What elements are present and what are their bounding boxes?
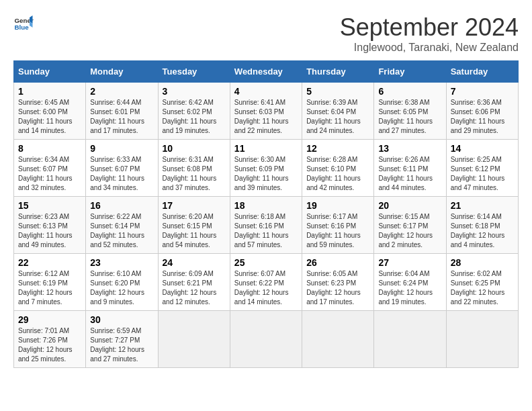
col-header-tuesday: Tuesday bbox=[158, 61, 230, 83]
day-number: 22 bbox=[18, 257, 81, 268]
day-number: 16 bbox=[90, 200, 153, 211]
day-info: Sunrise: 6:02 AM Sunset: 6:25 PM Dayligh… bbox=[451, 269, 514, 307]
day-info: Sunrise: 6:44 AM Sunset: 6:01 PM Dayligh… bbox=[90, 98, 153, 136]
calendar-cell: 15Sunrise: 6:23 AM Sunset: 6:13 PM Dayli… bbox=[14, 197, 86, 254]
day-info: Sunrise: 6:45 AM Sunset: 6:00 PM Dayligh… bbox=[18, 98, 81, 136]
day-number: 11 bbox=[234, 143, 298, 154]
logo: General Blue bbox=[13, 13, 34, 34]
day-info: Sunrise: 6:39 AM Sunset: 6:04 PM Dayligh… bbox=[306, 98, 369, 136]
day-info: Sunrise: 6:25 AM Sunset: 6:12 PM Dayligh… bbox=[451, 155, 514, 193]
location: Inglewood, Taranaki, New Zealand bbox=[340, 42, 519, 54]
day-info: Sunrise: 6:17 AM Sunset: 6:16 PM Dayligh… bbox=[306, 212, 369, 250]
calendar-cell bbox=[230, 311, 302, 368]
day-number: 1 bbox=[18, 86, 81, 97]
day-info: Sunrise: 6:04 AM Sunset: 6:24 PM Dayligh… bbox=[378, 269, 441, 307]
day-number: 12 bbox=[306, 143, 369, 154]
day-number: 28 bbox=[451, 257, 514, 268]
day-number: 17 bbox=[163, 200, 226, 211]
day-info: Sunrise: 6:07 AM Sunset: 6:22 PM Dayligh… bbox=[234, 269, 298, 307]
calendar-cell bbox=[158, 311, 230, 368]
calendar-week-2: 8Sunrise: 6:34 AM Sunset: 6:07 PM Daylig… bbox=[14, 140, 519, 197]
calendar-cell: 14Sunrise: 6:25 AM Sunset: 6:12 PM Dayli… bbox=[446, 140, 518, 197]
day-number: 10 bbox=[163, 143, 226, 154]
calendar-cell: 9Sunrise: 6:33 AM Sunset: 6:07 PM Daylig… bbox=[86, 140, 158, 197]
calendar-body: 1Sunrise: 6:45 AM Sunset: 6:00 PM Daylig… bbox=[14, 83, 519, 368]
col-header-thursday: Thursday bbox=[302, 61, 374, 83]
col-header-sunday: Sunday bbox=[14, 61, 86, 83]
calendar-cell: 19Sunrise: 6:17 AM Sunset: 6:16 PM Dayli… bbox=[302, 197, 374, 254]
day-number: 9 bbox=[90, 143, 153, 154]
calendar-cell: 16Sunrise: 6:22 AM Sunset: 6:14 PM Dayli… bbox=[86, 197, 158, 254]
calendar-cell: 17Sunrise: 6:20 AM Sunset: 6:15 PM Dayli… bbox=[158, 197, 230, 254]
calendar-cell: 26Sunrise: 6:05 AM Sunset: 6:23 PM Dayli… bbox=[302, 254, 374, 311]
calendar-cell: 21Sunrise: 6:14 AM Sunset: 6:18 PM Dayli… bbox=[446, 197, 518, 254]
day-number: 3 bbox=[163, 86, 226, 97]
day-number: 6 bbox=[378, 86, 441, 97]
day-info: Sunrise: 6:30 AM Sunset: 6:09 PM Dayligh… bbox=[234, 155, 298, 193]
calendar-cell: 5Sunrise: 6:39 AM Sunset: 6:04 PM Daylig… bbox=[302, 83, 374, 140]
calendar-cell: 29Sunrise: 7:01 AM Sunset: 7:26 PM Dayli… bbox=[14, 311, 86, 368]
calendar-table: SundayMondayTuesdayWednesdayThursdayFrid… bbox=[13, 60, 519, 368]
day-number: 29 bbox=[18, 314, 81, 325]
day-info: Sunrise: 6:05 AM Sunset: 6:23 PM Dayligh… bbox=[306, 269, 369, 307]
day-number: 20 bbox=[378, 200, 441, 211]
calendar-week-1: 1Sunrise: 6:45 AM Sunset: 6:00 PM Daylig… bbox=[14, 83, 519, 140]
col-header-monday: Monday bbox=[86, 61, 158, 83]
day-number: 4 bbox=[234, 86, 298, 97]
day-info: Sunrise: 6:09 AM Sunset: 6:21 PM Dayligh… bbox=[163, 269, 226, 307]
day-number: 8 bbox=[18, 143, 81, 154]
day-info: Sunrise: 6:42 AM Sunset: 6:02 PM Dayligh… bbox=[163, 98, 226, 136]
day-info: Sunrise: 6:38 AM Sunset: 6:05 PM Dayligh… bbox=[378, 98, 441, 136]
calendar-cell: 18Sunrise: 6:18 AM Sunset: 6:16 PM Dayli… bbox=[230, 197, 302, 254]
day-number: 24 bbox=[163, 257, 226, 268]
col-header-wednesday: Wednesday bbox=[230, 61, 302, 83]
col-header-friday: Friday bbox=[374, 61, 446, 83]
calendar-cell: 23Sunrise: 6:10 AM Sunset: 6:20 PM Dayli… bbox=[86, 254, 158, 311]
day-number: 13 bbox=[378, 143, 441, 154]
day-info: Sunrise: 6:41 AM Sunset: 6:03 PM Dayligh… bbox=[234, 98, 298, 136]
day-info: Sunrise: 6:36 AM Sunset: 6:06 PM Dayligh… bbox=[451, 98, 514, 136]
day-number: 30 bbox=[90, 314, 153, 325]
calendar-cell: 24Sunrise: 6:09 AM Sunset: 6:21 PM Dayli… bbox=[158, 254, 230, 311]
day-number: 27 bbox=[378, 257, 441, 268]
day-info: Sunrise: 6:23 AM Sunset: 6:13 PM Dayligh… bbox=[18, 212, 81, 250]
day-number: 25 bbox=[234, 257, 298, 268]
day-info: Sunrise: 6:34 AM Sunset: 6:07 PM Dayligh… bbox=[18, 155, 81, 193]
calendar-cell: 13Sunrise: 6:26 AM Sunset: 6:11 PM Dayli… bbox=[374, 140, 446, 197]
day-info: Sunrise: 6:12 AM Sunset: 6:19 PM Dayligh… bbox=[18, 269, 81, 307]
day-number: 23 bbox=[90, 257, 153, 268]
day-number: 26 bbox=[306, 257, 369, 268]
calendar-cell bbox=[446, 311, 518, 368]
day-number: 2 bbox=[90, 86, 153, 97]
day-number: 15 bbox=[18, 200, 81, 211]
day-info: Sunrise: 6:22 AM Sunset: 6:14 PM Dayligh… bbox=[90, 212, 153, 250]
day-number: 18 bbox=[234, 200, 298, 211]
calendar-cell: 1Sunrise: 6:45 AM Sunset: 6:00 PM Daylig… bbox=[14, 83, 86, 140]
day-number: 21 bbox=[451, 200, 514, 211]
calendar-cell bbox=[302, 311, 374, 368]
calendar-week-3: 15Sunrise: 6:23 AM Sunset: 6:13 PM Dayli… bbox=[14, 197, 519, 254]
calendar-cell: 30Sunrise: 6:59 AM Sunset: 7:27 PM Dayli… bbox=[86, 311, 158, 368]
day-info: Sunrise: 6:15 AM Sunset: 6:17 PM Dayligh… bbox=[378, 212, 441, 250]
calendar-cell bbox=[374, 311, 446, 368]
calendar-cell: 10Sunrise: 6:31 AM Sunset: 6:08 PM Dayli… bbox=[158, 140, 230, 197]
calendar-cell: 3Sunrise: 6:42 AM Sunset: 6:02 PM Daylig… bbox=[158, 83, 230, 140]
day-number: 7 bbox=[451, 86, 514, 97]
calendar-cell: 4Sunrise: 6:41 AM Sunset: 6:03 PM Daylig… bbox=[230, 83, 302, 140]
day-number: 14 bbox=[451, 143, 514, 154]
logo-icon: General Blue bbox=[13, 13, 34, 34]
day-info: Sunrise: 6:33 AM Sunset: 6:07 PM Dayligh… bbox=[90, 155, 153, 193]
day-info: Sunrise: 6:18 AM Sunset: 6:16 PM Dayligh… bbox=[234, 212, 298, 250]
calendar-header-row: SundayMondayTuesdayWednesdayThursdayFrid… bbox=[14, 61, 519, 83]
title-block: September 2024 Inglewood, Taranaki, New … bbox=[340, 13, 519, 54]
calendar-week-4: 22Sunrise: 6:12 AM Sunset: 6:19 PM Dayli… bbox=[14, 254, 519, 311]
calendar-cell: 27Sunrise: 6:04 AM Sunset: 6:24 PM Dayli… bbox=[374, 254, 446, 311]
day-info: Sunrise: 6:31 AM Sunset: 6:08 PM Dayligh… bbox=[163, 155, 226, 193]
calendar-cell: 8Sunrise: 6:34 AM Sunset: 6:07 PM Daylig… bbox=[14, 140, 86, 197]
day-info: Sunrise: 6:28 AM Sunset: 6:10 PM Dayligh… bbox=[306, 155, 369, 193]
day-number: 19 bbox=[306, 200, 369, 211]
day-info: Sunrise: 6:10 AM Sunset: 6:20 PM Dayligh… bbox=[90, 269, 153, 307]
day-info: Sunrise: 7:01 AM Sunset: 7:26 PM Dayligh… bbox=[18, 326, 81, 364]
day-info: Sunrise: 6:14 AM Sunset: 6:18 PM Dayligh… bbox=[451, 212, 514, 250]
page-header: General Blue September 2024 Inglewood, T… bbox=[13, 13, 519, 54]
